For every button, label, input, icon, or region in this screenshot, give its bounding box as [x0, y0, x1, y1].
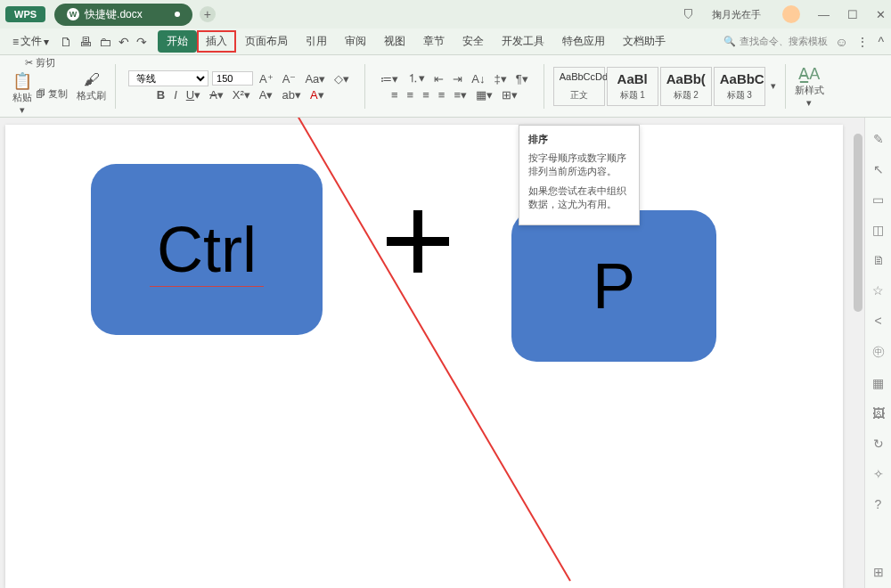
font-size-input[interactable] [212, 71, 253, 86]
smiley-icon[interactable]: ☺ [835, 35, 847, 49]
sort-button[interactable]: A↓ [469, 72, 487, 86]
apps-icon[interactable]: ⊞ [873, 565, 884, 579]
unsaved-indicator [175, 12, 180, 17]
app-logo[interactable]: WPS [5, 6, 45, 22]
font-family-select[interactable]: 等线 [128, 70, 208, 86]
layers-icon[interactable]: ◫ [872, 223, 884, 237]
styles-expand-icon[interactable]: ▾ [771, 80, 776, 92]
bold-button[interactable]: B [154, 88, 168, 102]
tab-layout[interactable]: 页面布局 [236, 30, 297, 53]
document-tab[interactable]: W 快捷键.docx [54, 4, 192, 26]
file-menu[interactable]: ≡ 文件 ▾ [7, 34, 54, 49]
align-justify-button[interactable]: ≡ [436, 88, 448, 102]
decrease-font-icon[interactable]: A⁻ [280, 72, 299, 86]
tab-start[interactable]: 开始 [158, 30, 197, 53]
align-dist-button[interactable]: ≡▾ [451, 88, 470, 102]
tab-view[interactable]: 视图 [375, 30, 414, 53]
close-button[interactable]: ✕ [876, 8, 886, 21]
quick-access-toolbar: 🗋 🖶 🗀 ↶ ↷ [60, 35, 147, 49]
tools-icon[interactable]: ✧ [873, 467, 884, 481]
numbering-button[interactable]: ⒈▾ [405, 70, 428, 86]
cut-button[interactable]: ✂ 剪切 [25, 56, 55, 69]
help-icon[interactable]: ? [875, 497, 882, 511]
style-h1[interactable]: AaBl标题 1 [607, 67, 658, 106]
doc-title: 快捷键.docx [85, 7, 143, 22]
print-icon[interactable]: 🖶 [79, 35, 92, 49]
maximize-button[interactable]: ☐ [847, 8, 858, 21]
key-p-label: P [593, 249, 635, 323]
share-icon[interactable]: < [874, 314, 881, 328]
doc-icon: W [67, 8, 79, 20]
shape-key-ctrl[interactable]: Ctrl [91, 164, 323, 335]
more-icon[interactable]: ⋮ [856, 35, 869, 49]
collapse-ribbon-icon[interactable]: ^ [878, 35, 884, 49]
document-page[interactable]: Ctrl P 排序 按字母顺序或数字顺序排列当前所选内容。 如果您尝试在表中组织… [5, 125, 843, 588]
menu-bar: ≡ 文件 ▾ 🗋 🖶 🗀 ↶ ↷ 开始 插入 页面布局 引用 审阅 视图 章节 … [0, 29, 891, 55]
tab-devtools[interactable]: 开发工具 [493, 30, 553, 53]
translate-icon[interactable]: ㊥ [872, 344, 885, 360]
clear-format-icon[interactable]: ◇▾ [331, 72, 352, 86]
tab-security[interactable]: 安全 [454, 30, 493, 53]
indent-dec-button[interactable]: ⇤ [431, 72, 446, 86]
page-icon[interactable]: 🗎 [872, 253, 885, 267]
tab-review[interactable]: 审阅 [336, 30, 375, 53]
command-search[interactable]: 🔍 查找命令、搜索模板 [723, 35, 828, 48]
line-spacing-button[interactable]: ‡▾ [491, 72, 509, 86]
tooltip-line2: 如果您尝试在表中组织数据，这尤为有用。 [528, 184, 630, 212]
tab-reference[interactable]: 引用 [297, 30, 336, 53]
strike-button[interactable]: A▾ [207, 88, 226, 102]
avatar[interactable] [782, 5, 800, 23]
shield-icon[interactable]: ⛉ [683, 8, 694, 21]
minimize-button[interactable]: — [818, 8, 830, 21]
style-h3[interactable]: AaBbC标题 3 [714, 67, 765, 106]
bullets-button[interactable]: ≔▾ [378, 72, 401, 86]
italic-button[interactable]: I [171, 88, 180, 102]
document-canvas[interactable]: Ctrl P 排序 按字母顺序或数字顺序排列当前所选内容。 如果您尝试在表中组织… [0, 118, 864, 588]
sort-tooltip: 排序 按字母顺序或数字顺序排列当前所选内容。 如果您尝试在表中组织数据，这尤为有… [519, 125, 640, 225]
font-color-button[interactable]: A▾ [307, 88, 327, 102]
format-brush-button[interactable]: 🖌格式刷 [77, 70, 106, 102]
show-marks-button[interactable]: ¶▾ [513, 72, 531, 86]
new-style-button[interactable]: A̲A 新样式▾ [795, 64, 824, 109]
grid-icon[interactable]: ▦ [872, 376, 884, 390]
border-button[interactable]: ⊞▾ [499, 88, 520, 102]
select-icon[interactable]: ▭ [872, 192, 884, 207]
ribbon-toolbar: ✂ 剪切 📋粘贴▾ 🗐 复制 🖌格式刷 等线 A⁺ A⁻ Aa▾ ◇▾ B I … [0, 55, 891, 118]
tooltip-title: 排序 [528, 133, 630, 146]
highlight-button[interactable]: ab▾ [279, 88, 303, 102]
tab-special[interactable]: 特色应用 [553, 30, 614, 53]
align-center-button[interactable]: ≡ [405, 88, 417, 102]
style-h2[interactable]: AaBb(标题 2 [660, 67, 712, 106]
tab-insert[interactable]: 插入 [197, 30, 236, 53]
increase-font-icon[interactable]: A⁺ [257, 72, 276, 86]
align-left-button[interactable]: ≡ [388, 88, 401, 102]
change-case-icon[interactable]: Aa▾ [302, 72, 328, 86]
paste-button[interactable]: 📋粘贴▾ [12, 71, 32, 116]
shading-button[interactable]: ▦▾ [473, 88, 495, 102]
vertical-scrollbar[interactable] [852, 132, 864, 568]
add-tab-button[interactable]: + [200, 6, 216, 22]
redo-icon[interactable]: ↷ [136, 35, 147, 49]
save-icon[interactable]: 🗋 [60, 35, 72, 49]
shape-key-p[interactable]: P [511, 210, 716, 362]
tab-assistant[interactable]: 文档助手 [614, 30, 674, 53]
search-icon: 🔍 [723, 36, 736, 47]
cursor-icon[interactable]: ↖ [873, 162, 884, 176]
style-body[interactable]: AaBbCcDd正文 [553, 67, 605, 106]
image-icon[interactable]: 🖼 [872, 406, 885, 421]
underline-button[interactable]: U▾ [184, 88, 203, 102]
preview-icon[interactable]: 🗀 [99, 35, 111, 49]
align-right-button[interactable]: ≡ [420, 88, 432, 102]
indent-inc-button[interactable]: ⇥ [450, 72, 465, 86]
shape-plus-sign[interactable] [387, 210, 449, 273]
user-name: 掬月光在手 [712, 8, 761, 21]
scrollbar-thumb[interactable] [854, 134, 862, 312]
pen-icon[interactable]: ✎ [873, 132, 884, 146]
tab-chapter[interactable]: 章节 [414, 30, 454, 53]
super-sub-button[interactable]: X²▾ [230, 88, 253, 102]
text-effect-button[interactable]: A▾ [257, 88, 276, 102]
history-icon[interactable]: ↻ [873, 437, 884, 451]
copy-button[interactable]: 🗐 复制 [36, 87, 68, 101]
star-icon[interactable]: ☆ [872, 283, 884, 298]
undo-icon[interactable]: ↶ [119, 35, 129, 49]
